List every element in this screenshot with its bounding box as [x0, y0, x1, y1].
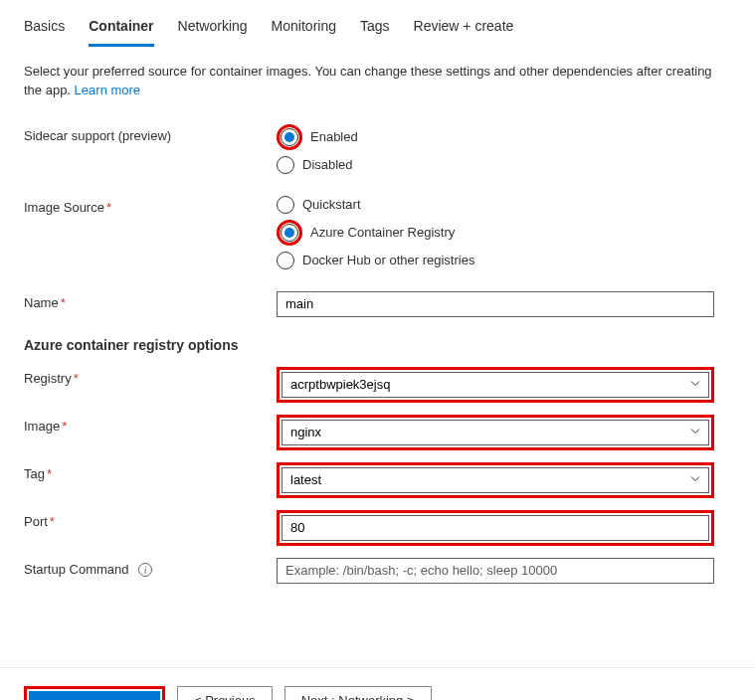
- image-select[interactable]: [282, 420, 709, 445]
- registry-select[interactable]: [282, 372, 709, 398]
- image-label: Image*: [24, 415, 277, 434]
- review-create-highlight: Review + create: [24, 686, 165, 700]
- tag-select[interactable]: [282, 467, 709, 493]
- previous-button[interactable]: < Previous: [177, 686, 273, 700]
- port-label-text: Port: [24, 514, 48, 529]
- radio-source-acr[interactable]: [281, 224, 298, 242]
- radio-source-quickstart-label: Quickstart: [302, 197, 361, 212]
- source-acr-highlight: [277, 220, 302, 246]
- required-asterisk: *: [47, 466, 52, 481]
- required-asterisk: *: [74, 371, 79, 386]
- next-networking-button[interactable]: Next : Networking >: [284, 686, 432, 700]
- tabs-bar: Basics Container Networking Monitoring T…: [0, 0, 755, 47]
- tab-networking[interactable]: Networking: [178, 18, 248, 47]
- startup-label: Startup Command i: [24, 558, 277, 578]
- content-panel: Select your preferred source for contain…: [0, 47, 755, 627]
- tag-label-text: Tag: [24, 466, 45, 481]
- tab-tags[interactable]: Tags: [360, 18, 390, 47]
- image-source-label: Image Source*: [24, 196, 277, 215]
- radio-source-docker[interactable]: [277, 252, 294, 269]
- image-source-label-text: Image Source: [24, 200, 104, 215]
- registry-label: Registry*: [24, 367, 277, 386]
- radio-sidecar-enabled[interactable]: [281, 128, 298, 146]
- required-asterisk: *: [106, 200, 111, 215]
- footer-actions: Review + create < Previous Next : Networ…: [0, 667, 755, 700]
- radio-source-quickstart[interactable]: [277, 196, 294, 214]
- startup-label-text: Startup Command: [24, 562, 129, 577]
- startup-command-input[interactable]: [277, 558, 714, 584]
- tag-label: Tag*: [24, 462, 277, 481]
- image-highlight: [277, 415, 714, 450]
- intro-text: Select your preferred source for contain…: [24, 63, 731, 100]
- sidecar-enabled-highlight: [277, 124, 302, 150]
- tab-monitoring[interactable]: Monitoring: [272, 18, 336, 47]
- port-input[interactable]: [282, 515, 709, 541]
- name-label-text: Name: [24, 295, 59, 310]
- learn-more-link[interactable]: Learn more: [75, 83, 140, 97]
- port-highlight: [277, 510, 714, 546]
- tab-container[interactable]: Container: [89, 18, 153, 47]
- radio-sidecar-disabled[interactable]: [277, 156, 294, 174]
- sidecar-label: Sidecar support (preview): [24, 124, 277, 143]
- tag-highlight: [277, 462, 714, 498]
- tab-basics[interactable]: Basics: [24, 18, 65, 47]
- radio-source-acr-label: Azure Container Registry: [310, 225, 455, 240]
- required-asterisk: *: [50, 514, 55, 529]
- port-label: Port*: [24, 510, 277, 529]
- tab-review-create[interactable]: Review + create: [414, 18, 514, 47]
- acr-options-heading: Azure container registry options: [24, 337, 731, 353]
- review-create-button[interactable]: Review + create: [29, 691, 160, 700]
- registry-highlight: [277, 367, 714, 403]
- info-icon[interactable]: i: [138, 563, 152, 577]
- image-label-text: Image: [24, 419, 60, 434]
- radio-sidecar-enabled-label: Enabled: [310, 129, 358, 144]
- name-label: Name*: [24, 291, 277, 310]
- required-asterisk: *: [62, 419, 67, 434]
- required-asterisk: *: [61, 295, 66, 310]
- registry-label-text: Registry: [24, 371, 72, 386]
- name-input[interactable]: [277, 291, 714, 317]
- radio-sidecar-disabled-label: Disabled: [302, 157, 353, 172]
- radio-source-docker-label: Docker Hub or other registries: [302, 253, 474, 267]
